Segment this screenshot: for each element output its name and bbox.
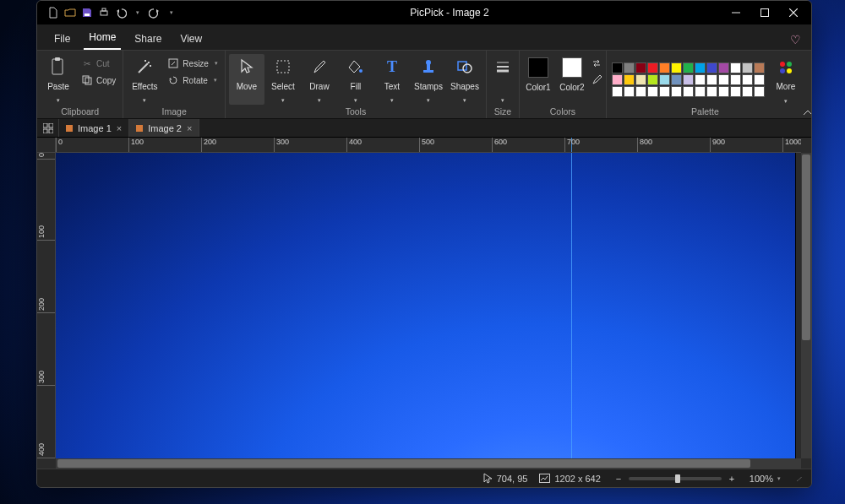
- fill-tool-button[interactable]: Fill ▾: [338, 54, 373, 105]
- close-tab-icon[interactable]: ×: [187, 123, 192, 133]
- cut-button[interactable]: ✂Cut: [78, 56, 119, 71]
- svg-rect-17: [423, 70, 433, 73]
- horizontal-scrollbar[interactable]: [56, 458, 801, 469]
- palette-swatch[interactable]: [647, 74, 658, 85]
- palette-swatch[interactable]: [718, 86, 729, 97]
- qat-overflow-icon[interactable]: ▾: [166, 7, 177, 19]
- text-tool-button[interactable]: T Text ▾: [374, 54, 410, 105]
- resize-grip-icon[interactable]: ⟋: [793, 473, 804, 485]
- print-icon[interactable]: [98, 7, 110, 19]
- favorite-icon[interactable]: ♡: [790, 33, 801, 50]
- canvas[interactable]: [56, 153, 796, 458]
- swap-colors-icon[interactable]: [591, 57, 602, 69]
- select-tool-button[interactable]: Select ▾: [265, 54, 301, 105]
- document-tab-image2[interactable]: Image 2 ×: [129, 119, 199, 137]
- palette-swatch[interactable]: [683, 62, 694, 73]
- tab-share[interactable]: Share: [129, 30, 166, 50]
- close-button[interactable]: [779, 1, 808, 24]
- palette-swatch[interactable]: [624, 62, 635, 73]
- palette-swatch[interactable]: [695, 86, 706, 97]
- palette-swatch[interactable]: [647, 86, 658, 97]
- palette-swatch[interactable]: [635, 74, 646, 85]
- rotate-icon: [167, 74, 179, 86]
- palette-swatch[interactable]: [635, 62, 646, 73]
- vertical-guide[interactable]: [571, 153, 572, 458]
- undo-dropdown-icon[interactable]: ▾: [132, 7, 144, 19]
- copy-button[interactable]: Copy: [78, 73, 119, 88]
- maximize-button[interactable]: [750, 1, 779, 24]
- collapse-ribbon-button[interactable]: [804, 51, 812, 118]
- palette-swatch[interactable]: [635, 86, 646, 97]
- paste-button[interactable]: Paste ▾: [41, 54, 76, 105]
- palette-swatch[interactable]: [706, 86, 717, 97]
- palette-swatch[interactable]: [706, 74, 717, 85]
- zoom-out-button[interactable]: −: [613, 473, 624, 485]
- draw-tool-button[interactable]: Draw ▾: [302, 54, 337, 105]
- app-window: ▾ ▾ PicPick - Image 2 File Home Share Vi…: [36, 0, 812, 488]
- undo-icon[interactable]: [115, 7, 127, 19]
- tab-view[interactable]: View: [175, 30, 207, 50]
- minimize-button[interactable]: [722, 1, 750, 24]
- palette-swatch[interactable]: [742, 62, 753, 73]
- palette-swatch[interactable]: [718, 74, 729, 85]
- tab-home[interactable]: Home: [84, 28, 121, 50]
- palette-swatch[interactable]: [754, 74, 765, 85]
- palette-swatch[interactable]: [659, 74, 670, 85]
- zoom-in-button[interactable]: +: [726, 473, 738, 485]
- palette-swatch[interactable]: [695, 74, 706, 85]
- palette-swatch[interactable]: [730, 74, 741, 85]
- palette-swatch[interactable]: [742, 74, 753, 85]
- color1-button[interactable]: Color1 ▾: [523, 54, 553, 105]
- move-tool-button[interactable]: Move ▾: [229, 54, 264, 105]
- color2-button[interactable]: Color2 ▾: [557, 54, 587, 105]
- more-colors-button[interactable]: More ▾: [771, 55, 800, 106]
- eyedropper-icon[interactable]: [591, 73, 602, 84]
- close-tab-icon[interactable]: ×: [117, 123, 122, 133]
- ruler-vertical[interactable]: 0100200300400: [37, 153, 56, 458]
- palette-swatch[interactable]: [671, 62, 682, 73]
- resize-button[interactable]: Resize▾: [164, 56, 221, 71]
- document-tab-image1[interactable]: Image 1 ×: [59, 119, 129, 137]
- palette-swatch[interactable]: [612, 86, 623, 97]
- palette-swatch[interactable]: [683, 74, 694, 85]
- palette-swatch[interactable]: [695, 62, 706, 73]
- palette-swatch[interactable]: [647, 62, 658, 73]
- tab-file[interactable]: File: [49, 30, 75, 50]
- palette-swatch[interactable]: [624, 86, 635, 97]
- palette-swatch[interactable]: [754, 62, 765, 73]
- zoom-slider[interactable]: [629, 477, 722, 480]
- palette-swatch[interactable]: [730, 62, 741, 73]
- new-file-icon[interactable]: [47, 7, 59, 19]
- ruler-horizontal[interactable]: 01002003004005006007008009001000: [56, 138, 801, 153]
- palette-swatch[interactable]: [659, 86, 670, 97]
- effects-button[interactable]: Effects ▾: [127, 54, 162, 105]
- zoom-slider-thumb[interactable]: [675, 474, 680, 483]
- open-folder-icon[interactable]: [64, 7, 76, 19]
- save-icon[interactable]: [81, 7, 93, 19]
- zoom-level[interactable]: 100% ▾: [750, 474, 781, 484]
- palette-swatch[interactable]: [671, 74, 682, 85]
- windows-grid-button[interactable]: [37, 119, 59, 137]
- scrollbar-thumb[interactable]: [802, 154, 810, 340]
- palette-swatch[interactable]: [742, 86, 753, 97]
- palette-swatch[interactable]: [730, 86, 741, 97]
- palette-swatch[interactable]: [671, 86, 682, 97]
- statusbar: 704, 95 1202 x 642 − + 100% ▾ ⟋: [37, 469, 811, 487]
- palette-swatch[interactable]: [718, 62, 729, 73]
- scrollbar-thumb[interactable]: [57, 459, 750, 468]
- rotate-button[interactable]: Rotate▾: [164, 73, 221, 88]
- size-button[interactable]: . ▾: [490, 54, 515, 105]
- palette-swatch[interactable]: [659, 62, 670, 73]
- palette-swatch[interactable]: [612, 62, 623, 73]
- palette-swatch[interactable]: [754, 86, 765, 97]
- canvas-viewport[interactable]: [56, 153, 801, 458]
- palette-swatch[interactable]: [706, 62, 717, 73]
- palette-swatch[interactable]: [624, 74, 635, 85]
- svg-rect-15: [277, 61, 289, 73]
- palette-swatch[interactable]: [683, 86, 694, 97]
- vertical-scrollbar[interactable]: [801, 153, 811, 458]
- stamps-tool-button[interactable]: Stamps ▾: [411, 54, 446, 105]
- palette-swatch[interactable]: [612, 74, 623, 85]
- redo-icon[interactable]: [149, 7, 161, 19]
- shapes-tool-button[interactable]: Shapes ▾: [447, 54, 482, 105]
